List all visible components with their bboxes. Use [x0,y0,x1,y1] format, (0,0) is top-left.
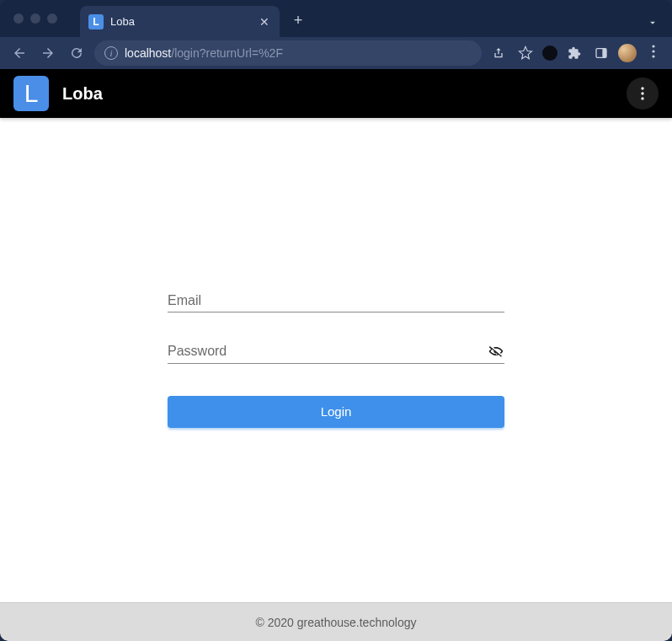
email-field-wrapper: Email [168,293,504,312]
footer-text: © 2020 greathouse.technology [256,616,417,629]
app-footer: © 2020 greathouse.technology [0,602,672,641]
login-form: Email Password Login [168,293,504,428]
sidepanel-icon[interactable] [591,43,611,63]
svg-point-6 [641,92,643,94]
password-field-wrapper: Password [168,343,504,364]
password-input[interactable] [227,344,488,359]
site-info-icon[interactable]: i [104,46,118,60]
email-input[interactable] [201,293,504,308]
password-label: Password [168,344,227,359]
svg-point-2 [652,45,654,47]
app-logo: L [13,76,49,111]
share-icon[interactable] [488,43,509,63]
page-viewport: L Loba Email Password Login © 2020 great… [0,69,672,641]
traffic-light-minimize[interactable] [30,13,40,24]
browser-menu-icon[interactable] [643,45,664,61]
tab-title: Loba [110,15,251,28]
nav-forward-button[interactable] [37,42,59,64]
extension-circle-icon[interactable] [542,45,557,61]
traffic-lights [0,13,57,24]
tab-favicon: L [88,14,104,29]
window-titlebar: L Loba ✕ + [0,0,672,37]
extensions-icon[interactable] [564,43,584,63]
address-bar[interactable]: i localhost/login?returnUrl=%2F [94,40,482,66]
traffic-light-zoom[interactable] [47,13,57,24]
svg-point-5 [641,87,643,89]
app-main: Email Password Login [0,118,672,602]
nav-back-button[interactable] [8,42,30,64]
app-header: L Loba [0,69,672,118]
bookmark-star-icon[interactable] [515,43,536,63]
profile-avatar[interactable] [618,44,637,62]
svg-point-4 [652,55,654,57]
tabs-dropdown-icon[interactable] [647,17,659,32]
svg-rect-1 [602,49,606,58]
email-label: Email [168,293,201,308]
password-visibility-toggle-icon[interactable] [488,343,504,360]
url-host: localhost/login?returnUrl=%2F [125,46,283,60]
browser-tab[interactable]: L Loba ✕ [80,6,280,37]
tab-close-icon[interactable]: ✕ [258,15,271,29]
svg-point-3 [652,50,654,52]
login-button[interactable]: Login [168,396,504,428]
new-tab-button[interactable]: + [286,10,310,30]
traffic-light-close[interactable] [13,13,24,24]
svg-point-7 [641,97,643,99]
browser-toolbar: i localhost/login?returnUrl=%2F [0,37,672,69]
nav-reload-button[interactable] [66,42,88,64]
app-menu-button[interactable] [627,77,659,110]
app-name: Loba [62,84,613,104]
